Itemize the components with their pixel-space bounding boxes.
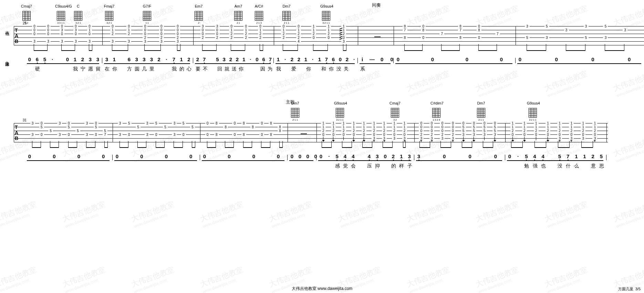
tab-column: 1120 bbox=[534, 123, 539, 142]
tab-staff: T A B 0003000303030303010301230123000230… bbox=[14, 26, 644, 45]
barline bbox=[394, 26, 394, 45]
tab-column: 0123 bbox=[110, 26, 115, 45]
barline bbox=[102, 26, 103, 45]
melody-row: 00000000000000000·54443021330000·5445711… bbox=[14, 153, 630, 162]
melody-beam bbox=[276, 63, 355, 64]
lyric-syllable: 强 bbox=[531, 163, 539, 169]
lyric-syllable: 因 bbox=[259, 66, 267, 72]
melody-note: 1 bbox=[398, 153, 405, 161]
lyrics-row: 感觉会压抑的样子勉强也没什么意思 bbox=[14, 163, 630, 173]
lyric-syllable: 没 bbox=[556, 163, 564, 169]
melody-note: 0 bbox=[114, 153, 121, 159]
beam-group bbox=[61, 45, 75, 51]
tab-column: 0103 bbox=[87, 26, 92, 45]
chord-diagram: Cmaj73 2 bbox=[389, 101, 401, 121]
lyric-syllable: 么 bbox=[573, 163, 580, 169]
melody-note: 0 bbox=[506, 153, 513, 159]
beam-group bbox=[527, 45, 546, 51]
beam-group bbox=[440, 142, 451, 148]
barline bbox=[505, 123, 506, 142]
melody-barline bbox=[287, 155, 288, 160]
system-2: Dm72 1 1G9sus43 2 1 1Cmaj73 2C#dim71 3 2… bbox=[14, 97, 630, 173]
lyric-syllable: 思 bbox=[598, 163, 605, 169]
melody-note: 1 bbox=[72, 56, 79, 62]
melody-barline bbox=[102, 58, 102, 63]
lyric-syllable: 在 bbox=[103, 66, 111, 72]
melody-note: 7 bbox=[564, 153, 571, 161]
melody-note: 0 bbox=[429, 56, 436, 62]
watermark: 大伟吉他教室www.daweijita.com bbox=[61, 199, 108, 229]
melody-note: 0 bbox=[467, 153, 474, 159]
melody-barline bbox=[200, 155, 200, 160]
tab-column: 00 bbox=[232, 123, 237, 142]
watermark: 大伟吉他教室www.daweijita.com bbox=[198, 199, 246, 229]
melody-note: 0 bbox=[589, 56, 596, 62]
melody-note: 2 bbox=[289, 56, 295, 62]
lyric-syllable: 意 bbox=[590, 163, 597, 169]
tab-column: 88 bbox=[214, 123, 219, 142]
chord-row: Cmaj73 2C9sus4/G3 3 1 1C3 2 1Fmaj73 2 1G… bbox=[14, 0, 630, 24]
tab-column: 53 bbox=[603, 26, 608, 45]
lyric-syllable: 的 bbox=[390, 163, 397, 169]
lyric-syllable: 关 bbox=[342, 66, 350, 72]
beam-group bbox=[419, 142, 430, 148]
melody-beam bbox=[27, 63, 99, 64]
beam-group bbox=[534, 142, 546, 148]
melody-note: 3 bbox=[374, 153, 381, 161]
section-label-interlude: 间奏 bbox=[372, 2, 381, 8]
tab-column: 01224 bbox=[296, 26, 301, 45]
beam-group bbox=[50, 142, 59, 148]
melody-note: 2 bbox=[234, 56, 241, 62]
melody-note: 7 bbox=[267, 56, 274, 64]
beam-group bbox=[403, 142, 406, 148]
tab-column: 3 bbox=[623, 26, 627, 45]
tab-column: 00 bbox=[259, 123, 264, 142]
melody-note: 0 bbox=[464, 56, 470, 62]
beam-group bbox=[283, 45, 298, 51]
lyric-syllable: 就 bbox=[223, 66, 231, 72]
beam-group bbox=[261, 142, 270, 148]
tab-column: 50 bbox=[154, 123, 159, 142]
lyric-syllable: 你 bbox=[111, 66, 118, 72]
tab-column: 33 bbox=[172, 123, 177, 142]
tab-column: 50 bbox=[127, 123, 132, 142]
watermark: 大伟吉他教室www.daweijita.com bbox=[474, 199, 522, 229]
lyric-syllable: 宁 bbox=[79, 66, 87, 72]
lyric-syllable: 系 bbox=[359, 66, 366, 72]
tab-column: 1120 bbox=[331, 123, 336, 142]
lyric-syllable: 留 bbox=[94, 66, 102, 72]
tab-column: 5 bbox=[163, 123, 168, 142]
tab-clef: T A B bbox=[15, 28, 18, 44]
melody-note: · bbox=[282, 56, 289, 62]
beam-group bbox=[362, 142, 372, 148]
tab-column: 1120 bbox=[311, 26, 316, 45]
lyric-syllable: 要 bbox=[194, 66, 202, 72]
melody-note: 4 bbox=[350, 153, 356, 161]
beam-group bbox=[404, 45, 423, 51]
melody-beam bbox=[195, 63, 271, 64]
tab-column: 00 bbox=[205, 123, 210, 142]
beam-group bbox=[231, 45, 245, 51]
melody-note: 0 bbox=[75, 153, 82, 159]
lyric-syllable: 觉 bbox=[342, 163, 349, 169]
barline bbox=[316, 123, 317, 142]
lyric-syllable: 勉 bbox=[523, 163, 530, 169]
tab-column: 5 bbox=[136, 123, 141, 142]
beam-group bbox=[342, 142, 352, 148]
chord-row: Dm72 1 1G9sus43 2 1 1Cmaj73 2C#dim71 3 2… bbox=[14, 97, 630, 121]
lyric-syllable: 会 bbox=[350, 163, 357, 169]
melody-note: 5 bbox=[556, 153, 563, 161]
tab-column: 0303 bbox=[73, 26, 78, 45]
melody-note: 3 bbox=[94, 56, 101, 62]
melody-barline bbox=[505, 155, 505, 160]
tab-column: 050 bbox=[39, 123, 44, 142]
tab-clef: T A B bbox=[15, 124, 18, 141]
melody-note: 5 bbox=[41, 56, 48, 64]
tab-column: 11203 bbox=[402, 123, 407, 142]
beam-group bbox=[192, 142, 195, 148]
melody-note: 7 bbox=[170, 56, 177, 64]
tab-column: 8 bbox=[250, 123, 255, 142]
melody-note: 6 bbox=[34, 56, 41, 64]
beam-group bbox=[144, 45, 160, 51]
melody-note: 2 bbox=[344, 56, 351, 62]
